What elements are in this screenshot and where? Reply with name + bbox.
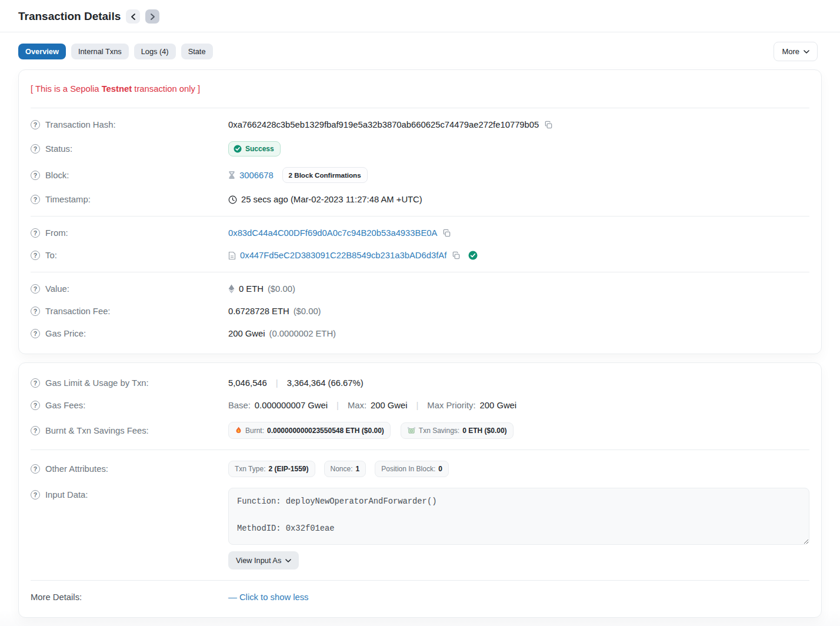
next-transaction-button[interactable] — [145, 9, 159, 24]
txn-type-badge: Txn Type: 2 (EIP-1559) — [228, 461, 315, 477]
chevron-down-icon — [804, 50, 809, 54]
row-value: 200 Gwei (0.0000002 ETH) — [228, 329, 809, 338]
question-circle-icon[interactable] — [31, 490, 40, 500]
question-circle-icon[interactable] — [31, 251, 40, 260]
row-burnt-savings: Burnt & Txn Savings Fees: Burnt: 0.00000… — [31, 417, 809, 444]
txn-type-badge-label: Txn Type: — [235, 465, 265, 473]
copy-icon[interactable] — [543, 121, 554, 129]
other-attributes-label: Other Attributes: — [45, 464, 108, 474]
input-data-label: Input Data: — [45, 490, 88, 500]
base-fee-label: Base: — [228, 401, 251, 410]
question-circle-icon[interactable] — [31, 426, 40, 435]
tab-logs[interactable]: Logs (4) — [134, 44, 176, 59]
show-less-link[interactable]: — Click to show less — [228, 592, 309, 602]
max-fee-value: 200 Gwei — [371, 401, 408, 410]
row-value-eth: Value: 0 ETH ($0.00) — [31, 278, 809, 300]
row-value: 0x83dC44a4C00DFf69d0A0c7c94B20b53a4933BE… — [228, 228, 809, 238]
testnet-warning-prefix: [ This is a Sepolia — [31, 84, 102, 94]
divider — [31, 108, 809, 108]
divider — [31, 449, 809, 450]
row-value: Success — [228, 141, 809, 156]
document-icon — [228, 251, 236, 260]
view-input-as-button[interactable]: View Input As — [228, 551, 299, 570]
question-circle-icon[interactable] — [31, 464, 40, 474]
row-more-details: More Details: — Click to show less — [31, 586, 809, 608]
row-gas-price: Gas Price: 200 Gwei (0.0000002 ETH) — [31, 322, 809, 345]
row-label: Transaction Hash: — [31, 120, 228, 129]
row-gas-limit-usage: Gas Limit & Usage by Txn: 5,046,546 | 3,… — [31, 372, 809, 394]
status-badge-label: Success — [245, 145, 274, 153]
tab-state[interactable]: State — [181, 44, 213, 59]
value-usd: ($0.00) — [268, 284, 295, 294]
row-label: Gas Fees: — [31, 401, 228, 410]
check-circle-icon — [468, 251, 478, 260]
testnet-warning-bold: Testnet — [102, 84, 132, 94]
row-value: Base: 0.000000007 Gwei | Max: 200 Gwei |… — [228, 401, 809, 410]
prev-transaction-button[interactable] — [126, 9, 140, 24]
row-value: Txn Type: 2 (EIP-1559) Nonce: 1 Position… — [228, 461, 809, 477]
question-circle-icon[interactable] — [31, 378, 40, 388]
row-label: Other Attributes: — [31, 464, 228, 474]
question-circle-icon[interactable] — [31, 284, 40, 294]
burnt-savings-label: Burnt & Txn Savings Fees: — [45, 426, 149, 435]
row-label: Input Data: — [31, 488, 228, 500]
page-title: Transaction Details — [18, 10, 121, 23]
row-label: Block: — [31, 171, 228, 180]
testnet-warning: [ This is a Sepolia Testnet transaction … — [31, 79, 809, 102]
row-value: 0xa7662428c3b5eb1329fbaf919e5a32b3870ab6… — [228, 120, 809, 129]
from-label: From: — [45, 228, 68, 238]
divider — [31, 580, 809, 581]
question-circle-icon[interactable] — [31, 401, 40, 410]
block-confirmations-badge: 2 Block Confirmations — [282, 167, 368, 183]
row-gas-fees: Gas Fees: Base: 0.000000007 Gwei | Max: … — [31, 394, 809, 417]
row-value: — Click to show less — [228, 592, 809, 602]
chevron-left-icon — [131, 14, 136, 20]
status-label: Status: — [45, 144, 72, 154]
input-data-textarea[interactable]: Function: deployNewOperatorAndForwarder(… — [228, 488, 809, 545]
to-address-link[interactable]: 0x447Fd5eC2D383091C22B8549cb231a3bAD6d3f… — [240, 251, 446, 260]
copy-icon[interactable] — [441, 229, 452, 238]
row-value: 0 ETH ($0.00) — [228, 284, 809, 294]
question-circle-icon[interactable] — [31, 329, 40, 338]
block-label: Block: — [45, 171, 69, 180]
row-value: 5,046,546 | 3,364,364 (66.67%) — [228, 378, 809, 388]
check-circle-icon — [234, 145, 242, 153]
gas-limit-usage-label: Gas Limit & Usage by Txn: — [45, 378, 149, 388]
overview-card-secondary: Gas Limit & Usage by Txn: 5,046,546 | 3,… — [18, 362, 822, 618]
txn-type-badge-value: 2 (EIP-1559) — [268, 465, 308, 473]
txn-savings-badge-value: 0 ETH ($0.00) — [462, 427, 506, 435]
row-label: Value: — [31, 284, 228, 294]
question-circle-icon[interactable] — [31, 195, 40, 204]
row-label: Gas Price: — [31, 329, 228, 338]
fire-icon — [235, 426, 242, 435]
question-circle-icon[interactable] — [31, 171, 40, 180]
question-circle-icon[interactable] — [31, 228, 40, 238]
row-value: Function: deployNewOperatorAndForwarder(… — [228, 488, 809, 570]
row-label: Gas Limit & Usage by Txn: — [31, 378, 228, 388]
question-circle-icon[interactable] — [31, 120, 40, 129]
status-badge: Success — [228, 141, 281, 156]
row-transaction-fee: Transaction Fee: 0.6728728 ETH ($0.00) — [31, 300, 809, 322]
clock-icon — [228, 195, 237, 204]
tab-overview[interactable]: Overview — [18, 44, 66, 59]
row-value: 3006678 2 Block Confirmations — [228, 167, 809, 183]
transaction-fee-usd: ($0.00) — [294, 307, 321, 316]
tab-internal-txns[interactable]: Internal Txns — [71, 44, 129, 59]
gas-price-amount: 200 Gwei — [228, 329, 265, 338]
from-address-link[interactable]: 0x83dC44a4C00DFf69d0A0c7c94B20b53a4933BE… — [228, 228, 437, 238]
transaction-hash-value: 0xa7662428c3b5eb1329fbaf919e5a32b3870ab6… — [228, 120, 539, 129]
eth-diamond-icon — [228, 284, 235, 294]
gas-fees-label: Gas Fees: — [45, 401, 85, 410]
burnt-badge: Burnt: 0.000000000023550548 ETH ($0.00) — [228, 422, 391, 439]
question-circle-icon[interactable] — [31, 307, 40, 316]
row-label: Burnt & Txn Savings Fees: — [31, 426, 228, 435]
row-label: From: — [31, 228, 228, 238]
testnet-warning-suffix: transaction only ] — [132, 84, 200, 94]
question-circle-icon[interactable] — [31, 144, 40, 154]
row-from: From: 0x83dC44a4C00DFf69d0A0c7c94B20b53a… — [31, 222, 809, 244]
row-value: 0x447Fd5eC2D383091C22B8549cb231a3bAD6d3f… — [228, 251, 809, 260]
copy-icon[interactable] — [451, 251, 462, 260]
block-number-link[interactable]: 3006678 — [239, 171, 274, 180]
more-button[interactable]: More — [774, 42, 818, 61]
chevron-down-icon — [285, 559, 291, 562]
